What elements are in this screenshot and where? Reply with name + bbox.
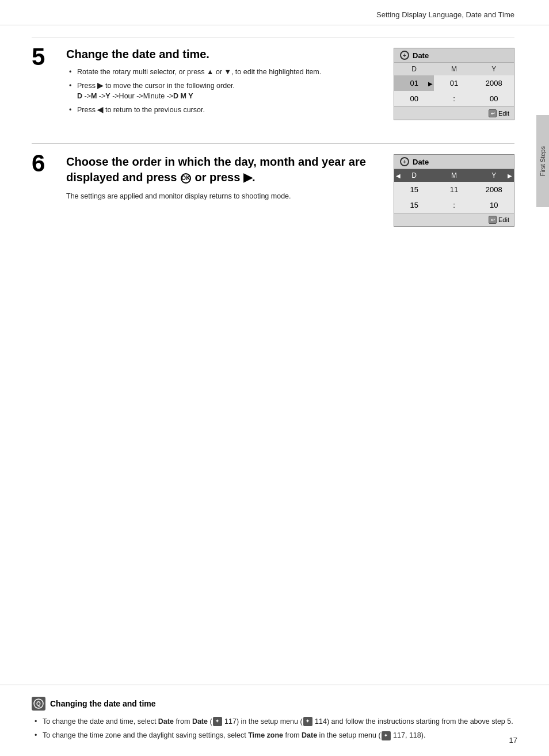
screen1-col-headers: D M Y xyxy=(394,63,514,75)
svg-text:Q: Q xyxy=(36,701,41,707)
note-title: Changing the date and time xyxy=(50,699,156,708)
screen2-header: Date xyxy=(394,155,514,169)
edit-label-2: Edit xyxy=(498,216,509,223)
edit-icon-1: ↩ xyxy=(489,109,497,117)
screen1-footer: ↩ Edit xyxy=(394,106,514,120)
date-icon-2 xyxy=(400,157,409,166)
edit-label-1: Edit xyxy=(498,110,509,117)
screen2-footer: ↩ Edit xyxy=(394,213,514,226)
step5-number: 5 xyxy=(32,45,60,69)
side-tab-label: First Steps xyxy=(539,146,546,177)
val-y-1: 2008 xyxy=(474,75,514,91)
val-m-2: 11 xyxy=(434,182,474,197)
side-tab: First Steps xyxy=(536,115,549,207)
val-d-2: 15 xyxy=(394,182,434,197)
note-list: To change the date and time, select Date… xyxy=(35,716,517,742)
col-m-1: M xyxy=(434,63,474,75)
val-min-2: 10 xyxy=(474,197,514,213)
ref-icon-117b: ✦ xyxy=(382,731,391,740)
step5-section: 5 Change the date and time. Rotate the r… xyxy=(32,37,514,132)
col-y-1: Y xyxy=(474,63,514,75)
ref-icon-117a: ✦ xyxy=(213,717,222,726)
colon-2: : xyxy=(434,197,474,213)
header-title: Setting Display Language, Date and Time xyxy=(376,10,514,19)
step5-content: Change the date and time. Rotate the rot… xyxy=(60,48,382,119)
bullet-3: Press ◀ to return to the previous cursor… xyxy=(69,105,382,115)
step6-number: 6 xyxy=(32,151,60,175)
screen1-time-row: 00 : 00 xyxy=(394,91,514,106)
col-d-1: D xyxy=(394,63,434,75)
note-bullet-2: To change the time zone and the daylight… xyxy=(35,730,517,741)
step6-section: 6 Choose the order in which the day, mon… xyxy=(32,143,514,238)
ref-icon-114: ✦ xyxy=(303,717,312,726)
step6-desc: The settings are applied and monitor dis… xyxy=(66,191,382,202)
screen2-date-values: 15 11 2008 xyxy=(394,182,514,197)
page-container: Setting Display Language, Date and Time … xyxy=(0,0,549,756)
note-header: Q Changing the date and time xyxy=(32,697,517,711)
screen1-title: Date xyxy=(413,51,429,60)
page-header: Setting Display Language, Date and Time xyxy=(0,0,549,25)
screen1-header: Date xyxy=(394,48,514,63)
page-number: 17 xyxy=(509,736,517,744)
screen1-date-values: 01 ▶ 01 2008 xyxy=(394,75,514,91)
step6-camera-display: Date ◀ D M Y ▶ xyxy=(394,154,514,227)
date-screen-1: Date D M Y 01 ▶ xyxy=(394,48,514,120)
note-bullet-1: To change the date and time, select Date… xyxy=(35,716,517,727)
step5-title: Change the date and time. xyxy=(66,48,382,61)
date-icon-1 xyxy=(400,51,409,60)
step5-camera-display: Date D M Y 01 ▶ xyxy=(394,48,514,120)
val-min-1: 00 xyxy=(474,91,514,106)
val-h-1: 00 xyxy=(394,91,434,106)
val-m-1: 01 xyxy=(434,75,474,91)
bullet-1: Rotate the rotary multi selector, or pre… xyxy=(69,67,382,77)
screen2-title: Date xyxy=(413,158,429,166)
main-content: 5 Change the date and time. Rotate the r… xyxy=(0,25,549,685)
step5-bullets: Rotate the rotary multi selector, or pre… xyxy=(69,67,382,116)
val-y-2: 2008 xyxy=(474,182,514,197)
bullet-2: Press ▶ to move the cursor in the follow… xyxy=(69,81,382,101)
screen2-col-headers: ◀ D M Y ▶ xyxy=(394,169,514,182)
colon-1: : xyxy=(434,91,474,106)
edit-icon-2: ↩ xyxy=(489,216,497,224)
step6-title: Choose the order in which the day, month… xyxy=(66,154,382,185)
val-h-2: 15 xyxy=(394,197,434,213)
col-m-2: M xyxy=(434,169,474,182)
step6-content: Choose the order in which the day, month… xyxy=(60,154,382,202)
col-y-2: Y ▶ xyxy=(474,169,514,182)
col-d-2: ◀ D xyxy=(394,169,434,182)
edit-button-2: ↩ Edit xyxy=(489,216,509,224)
note-section: Q Changing the date and time To change t… xyxy=(0,685,549,757)
ok-button-symbol: OK xyxy=(181,173,191,184)
date-screen-2: Date ◀ D M Y ▶ xyxy=(394,154,514,227)
val-d-1: 01 ▶ xyxy=(394,75,434,91)
note-icon: Q xyxy=(32,697,45,711)
edit-button-1: ↩ Edit xyxy=(489,109,509,117)
screen2-time-row: 15 : 10 xyxy=(394,197,514,213)
